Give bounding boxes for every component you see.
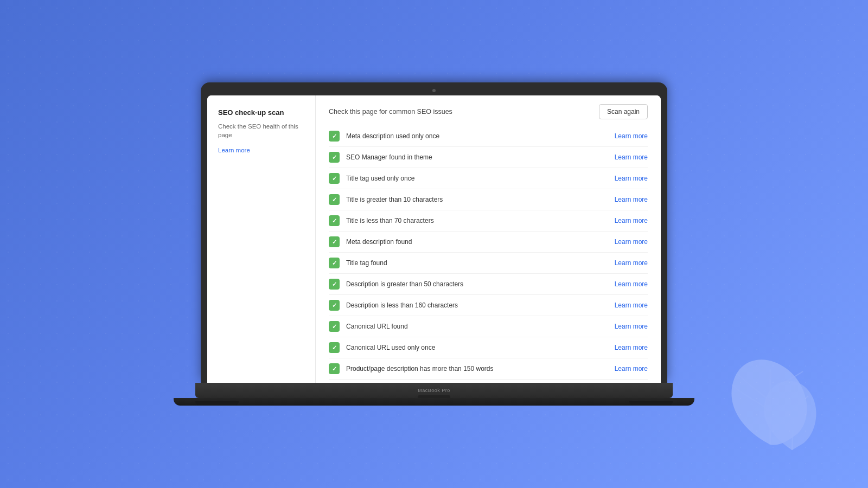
check-icon bbox=[329, 300, 340, 311]
learn-more-link[interactable]: Learn more bbox=[615, 175, 648, 182]
learn-more-link[interactable]: Learn more bbox=[615, 238, 648, 246]
learn-more-link[interactable]: Learn more bbox=[615, 301, 648, 309]
check-icon bbox=[329, 258, 340, 268]
seo-item-label: Meta description found bbox=[346, 238, 615, 246]
learn-more-link[interactable]: Learn more bbox=[615, 259, 648, 267]
seo-check-item: Meta description used only onceLearn mor… bbox=[329, 126, 648, 147]
learn-more-link[interactable]: Learn more bbox=[615, 344, 648, 351]
check-icon bbox=[329, 215, 340, 226]
seo-item-label: Title tag found bbox=[346, 259, 615, 267]
seo-check-item: Title tag used only onceLearn more bbox=[329, 168, 648, 189]
seo-check-list: Meta description used only onceLearn mor… bbox=[329, 126, 648, 383]
seo-item-label: Canonical URL used only once bbox=[346, 344, 615, 351]
learn-more-link[interactable]: Learn more bbox=[615, 280, 648, 288]
page-subtitle: Check this page for common SEO issues bbox=[329, 108, 452, 115]
check-icon bbox=[329, 279, 340, 290]
learn-more-link[interactable]: Learn more bbox=[615, 153, 648, 161]
laptop-base: MacBook Pro bbox=[195, 383, 673, 398]
seo-item-label: Canonical URL found bbox=[346, 323, 615, 330]
sidebar-learn-more-link[interactable]: Learn more bbox=[218, 147, 250, 153]
main-header: Check this page for common SEO issues Sc… bbox=[329, 106, 648, 119]
seo-item-label: SEO Manager found in theme bbox=[346, 153, 615, 161]
seo-check-item: Title is less than 70 charactersLearn mo… bbox=[329, 210, 648, 232]
seo-check-item: Canonical URL used only onceLearn more bbox=[329, 337, 648, 358]
scan-again-button[interactable]: Scan again bbox=[599, 104, 648, 119]
laptop-model-label: MacBook Pro bbox=[418, 388, 450, 393]
learn-more-link[interactable]: Learn more bbox=[615, 365, 648, 373]
check-icon bbox=[329, 152, 340, 163]
learn-more-link[interactable]: Learn more bbox=[615, 196, 648, 203]
main-content: Check this page for common SEO issues Sc… bbox=[316, 95, 661, 383]
learn-more-link[interactable]: Learn more bbox=[615, 132, 648, 140]
camera-dot bbox=[432, 89, 436, 92]
check-icon bbox=[329, 342, 340, 353]
seo-check-item: Description is less than 160 charactersL… bbox=[329, 295, 648, 316]
seo-item-label: Description is greater than 50 character… bbox=[346, 280, 615, 288]
learn-more-link[interactable]: Learn more bbox=[615, 217, 648, 224]
sidebar-title: SEO check-up scan bbox=[218, 108, 304, 118]
seo-check-item: SEO Manager found in themeLearn more bbox=[329, 147, 648, 168]
check-icon bbox=[329, 173, 340, 184]
check-icon bbox=[329, 194, 340, 205]
seo-check-item: Meta description foundLearn more bbox=[329, 232, 648, 253]
check-icon bbox=[329, 131, 340, 142]
seo-check-item: Product/page description has more than 1… bbox=[329, 358, 648, 380]
sidebar: SEO check-up scan Check the SEO health o… bbox=[207, 95, 316, 383]
check-icon bbox=[329, 321, 340, 332]
seo-item-label: Description is less than 160 characters bbox=[346, 301, 615, 309]
screen-inner: SEO check-up scan Check the SEO health o… bbox=[207, 95, 661, 383]
seo-check-item: Title tag foundLearn more bbox=[329, 253, 648, 274]
seo-item-label: Title is greater than 10 characters bbox=[346, 196, 615, 203]
seo-item-label: Product/page description has more than 1… bbox=[346, 365, 615, 373]
seo-item-label: Title tag used only once bbox=[346, 175, 615, 182]
seo-item-label: Title is less than 70 characters bbox=[346, 217, 615, 224]
seo-check-item: Canonical URL foundLearn more bbox=[329, 316, 648, 337]
sidebar-description: Check the SEO health of this page bbox=[218, 122, 304, 139]
check-icon bbox=[329, 363, 340, 374]
seo-check-item: Title is greater than 10 charactersLearn… bbox=[329, 189, 648, 210]
seo-item-label: Meta description used only once bbox=[346, 132, 615, 140]
seo-check-item: Description is greater than 50 character… bbox=[329, 274, 648, 295]
learn-more-link[interactable]: Learn more bbox=[615, 323, 648, 330]
laptop-feet bbox=[174, 398, 694, 406]
check-icon bbox=[329, 236, 340, 247]
laptop-screen: SEO check-up scan Check the SEO health o… bbox=[201, 82, 667, 383]
